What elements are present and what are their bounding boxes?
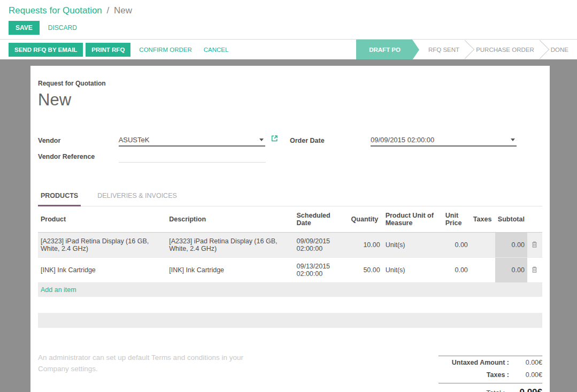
- add-an-item-row[interactable]: Add an item: [38, 283, 542, 297]
- vendor-field[interactable]: ASUSTeK: [119, 134, 265, 147]
- cell-taxes[interactable]: [471, 233, 495, 258]
- status-draft-po-label: DRAFT PO: [369, 47, 401, 53]
- totals-box: Untaxed Amount : 0.00€ Taxes : 0.00€ Tot…: [438, 356, 542, 392]
- breadcrumb-separator: /: [105, 5, 112, 16]
- cancel-button[interactable]: CANCEL: [198, 43, 235, 57]
- cell-description[interactable]: [INK] Ink Cartridge: [166, 258, 294, 283]
- empty-section-bar: [38, 313, 542, 328]
- cell-unit-price[interactable]: 0.00: [443, 258, 471, 283]
- cell-product[interactable]: [INK] Ink Cartridge: [38, 258, 166, 283]
- total-row: Total : 0.00€: [438, 383, 542, 392]
- total-label: Total :: [438, 389, 505, 392]
- col-description[interactable]: Description: [166, 206, 294, 233]
- cell-quantity[interactable]: 10.00: [349, 233, 383, 258]
- toolbar-buttons: SEND RFQ BY EMAIL PRINT RFQ CONFIRM ORDE…: [0, 40, 234, 59]
- save-button[interactable]: SAVE: [9, 21, 40, 35]
- tab-products[interactable]: PRODUCTS: [38, 192, 81, 206]
- resize-handle-icon[interactable]: [258, 389, 264, 392]
- order-date-field[interactable]: 09/09/2015 02:00:00: [371, 134, 517, 147]
- cell-quantity[interactable]: 50.00: [349, 258, 383, 283]
- terms-area: [38, 352, 265, 392]
- statusbar: DRAFT PO RFQ SENT PURCHASE ORDER DONE: [356, 40, 577, 59]
- table-row[interactable]: [A2323] iPad Retina Display (16 GB, Whit…: [38, 233, 542, 258]
- col-uom[interactable]: Product Unit of Measure: [383, 206, 443, 233]
- col-quantity[interactable]: Quantity: [349, 206, 383, 233]
- status-draft-po[interactable]: DRAFT PO: [356, 40, 412, 59]
- breadcrumb-current: New: [114, 5, 132, 16]
- vendor-value: ASUSTeK: [119, 136, 150, 144]
- header-actions: SAVE DISCARD: [9, 21, 568, 35]
- action-toolbar: SEND RFQ BY EMAIL PRINT RFQ CONFIRM ORDE…: [0, 39, 577, 59]
- field-group: Vendor ASUSTeK Vendor Reference: [38, 134, 542, 166]
- discard-button[interactable]: DISCARD: [48, 24, 77, 32]
- untaxed-amount-value: 0.00€: [509, 359, 542, 366]
- form-sheet: Request for Quotation New Vendor ASUSTeK: [30, 66, 550, 392]
- cell-scheduled-date[interactable]: 09/13/2015 02:00:00: [294, 258, 349, 283]
- taxes-label: Taxes :: [438, 371, 509, 379]
- order-date-label: Order Date: [290, 137, 371, 147]
- cell-uom[interactable]: Unit(s): [383, 258, 443, 283]
- notebook-tabs: PRODUCTS DELIVERIES & INVOICES: [38, 192, 542, 206]
- col-taxes[interactable]: Taxes: [471, 206, 495, 233]
- send-rfq-by-email-button[interactable]: SEND RFQ BY EMAIL: [9, 43, 83, 57]
- cell-unit-price[interactable]: 0.00: [443, 233, 471, 258]
- table-row[interactable]: [INK] Ink Cartridge [INK] Ink Cartridge …: [38, 258, 542, 283]
- col-actions: [527, 206, 542, 233]
- cell-product[interactable]: [A2323] iPad Retina Display (16 GB, Whit…: [38, 233, 166, 258]
- order-date-value: 09/09/2015 02:00:00: [371, 136, 434, 144]
- form-type-label: Request for Quotation: [38, 80, 542, 87]
- col-subtotal[interactable]: Subtotal: [495, 206, 527, 233]
- cell-uom[interactable]: Unit(s): [383, 233, 443, 258]
- cell-taxes[interactable]: [471, 258, 495, 283]
- vendor-label: Vendor: [38, 137, 119, 147]
- cell-subtotal: 0.00: [495, 258, 527, 283]
- open-record-icon[interactable]: [271, 134, 279, 144]
- tab-deliveries-invoices[interactable]: DELIVERIES & INVOICES: [95, 192, 180, 206]
- col-unit-price[interactable]: Unit Price: [443, 206, 471, 233]
- terms-and-conditions-input[interactable]: [38, 352, 265, 392]
- col-scheduled-date[interactable]: Scheduled Date: [294, 206, 349, 233]
- order-lines-table: Product Description Scheduled Date Quant…: [38, 206, 542, 297]
- page-background: Request for Quotation New Vendor ASUSTeK: [0, 59, 577, 392]
- untaxed-amount-label: Untaxed Amount :: [438, 359, 509, 366]
- col-product[interactable]: Product: [38, 206, 166, 233]
- trash-icon: [531, 241, 538, 248]
- chevron-down-icon[interactable]: [511, 139, 515, 141]
- chevron-down-icon[interactable]: [259, 139, 264, 141]
- vendor-reference-label: Vendor Reference: [38, 153, 119, 163]
- taxes-row: Taxes : 0.00€: [438, 368, 542, 381]
- print-rfq-button[interactable]: PRINT RFQ: [86, 43, 130, 57]
- cell-subtotal: 0.00: [495, 233, 527, 258]
- add-an-item-link[interactable]: Add an item: [38, 283, 542, 297]
- breadcrumb-parent-link[interactable]: Requests for Quotation: [9, 5, 102, 16]
- untaxed-amount-row: Untaxed Amount : 0.00€: [438, 356, 542, 368]
- delete-row-button[interactable]: [527, 233, 542, 258]
- taxes-value: 0.00€: [509, 371, 542, 379]
- confirm-order-button[interactable]: CONFIRM ORDER: [133, 43, 197, 57]
- bottom-section: Untaxed Amount : 0.00€ Taxes : 0.00€ Tot…: [38, 352, 542, 392]
- breadcrumb: Requests for Quotation / New: [9, 5, 568, 16]
- table-header-row: Product Description Scheduled Date Quant…: [38, 206, 542, 233]
- cell-description[interactable]: [A2323] iPad Retina Display (16 GB, Whit…: [166, 233, 294, 258]
- total-value: 0.00€: [505, 387, 542, 392]
- delete-row-button[interactable]: [527, 258, 542, 283]
- trash-icon: [531, 266, 538, 273]
- cell-scheduled-date[interactable]: 09/09/2015 02:00:00: [294, 233, 349, 258]
- page-header: Requests for Quotation / New SAVE DISCAR…: [0, 0, 577, 39]
- vendor-reference-field[interactable]: [119, 150, 266, 163]
- page-title: New: [38, 90, 542, 110]
